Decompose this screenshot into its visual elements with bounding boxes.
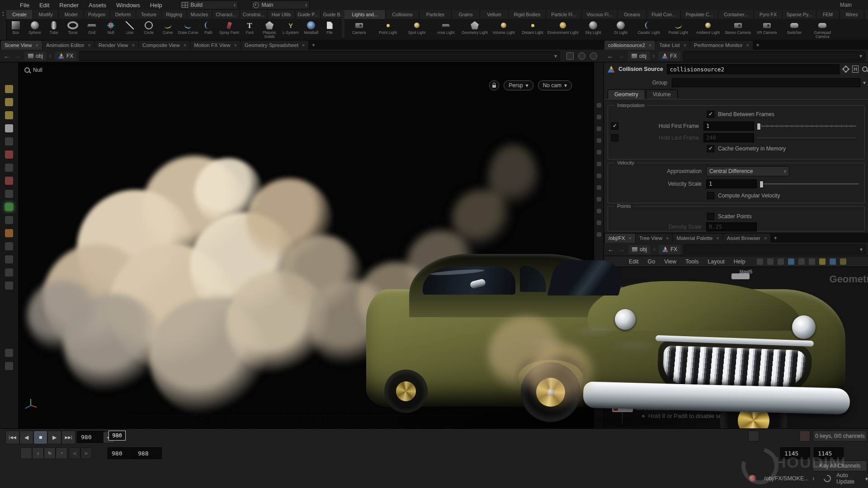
hold-first-frame-slider[interactable] [757,123,856,129]
display-toggle-icon[interactable] [597,185,601,190]
tool-font[interactable]: TFont [241,20,259,41]
pin-icon[interactable] [566,52,574,60]
shelf-tab-create[interactable]: Create [6,10,33,19]
viewport-toolbar-icon[interactable] [5,268,13,277]
realtime-toggle-button[interactable]: ◔ [56,447,67,459]
tab-render-view[interactable]: Render View× [95,41,138,50]
forward-arrow-icon[interactable]: → [618,246,626,253]
display-toggle-icon[interactable] [597,162,601,166]
tab-geometry-spreadsheet[interactable]: Geometry Spreadsheet× [241,41,308,50]
tab-collisionsource2[interactable]: collisionsource2× [604,41,655,50]
tool-file[interactable]: File [321,20,338,41]
slider-handle[interactable] [760,181,764,188]
viewport-toolbar-icon[interactable] [5,216,13,224]
tab-network-obj-fx[interactable]: /obj/FX× [605,234,635,243]
net-menu-layout[interactable]: Layout [703,258,729,266]
viewport-toolbar-icon[interactable] [5,242,13,250]
close-icon[interactable]: × [302,42,305,48]
close-icon[interactable]: × [716,235,719,241]
shelf-tab-containers[interactable]: Container... [718,10,754,19]
tool-platonic-solids[interactable]: Platonic Solids [259,20,280,41]
desktop-selector[interactable]: Build ▲▼ [179,0,238,9]
stop-button[interactable]: ■ [33,431,47,444]
viewport-toolbar-icon[interactable] [5,229,13,237]
close-icon[interactable]: × [684,42,686,48]
viewport-toolbar-icon[interactable] [5,255,13,263]
breadcrumb-fx[interactable]: FX [659,245,681,254]
layout-icon[interactable] [798,258,805,265]
shelf-tab-modify[interactable]: Modify [33,10,59,19]
tool-switcher[interactable]: Switcher [781,20,807,41]
tool-path[interactable]: Path [199,20,218,41]
jump-to-end-button[interactable]: ▶▶| [61,431,75,444]
loop-mode-button[interactable]: ↻ [44,447,56,459]
tab-geometry[interactable]: Geometry [608,89,645,99]
tool-caustic-light[interactable]: Caustic Light [634,20,664,41]
close-icon[interactable]: × [649,42,651,48]
cache-geometry-checkbox[interactable]: ✓ [707,145,714,152]
tool-metaball[interactable]: Metaball [301,20,321,41]
tab-asset-browser[interactable]: Asset Browser× [723,234,771,243]
new-tab-button[interactable]: + [753,41,762,50]
hold-last-frame-checkbox[interactable] [611,134,618,141]
wrench-icon[interactable] [757,258,763,265]
tool-null[interactable]: Null [101,20,120,41]
close-icon[interactable]: × [132,42,134,48]
tool-volume-light[interactable]: Volume Light [489,20,518,41]
scene-viewport[interactable]: Null Persp▾ No cam▾ [18,62,594,428]
path-input[interactable]: ▾ [683,51,865,61]
display-toggle-icon[interactable] [597,232,601,237]
play-reverse-button[interactable]: ◀ [19,431,33,444]
path-input[interactable]: ▾ [80,51,560,61]
viewport-toolbar-icon[interactable] [5,98,13,106]
snapshot-icon[interactable] [590,52,597,60]
network-canvas[interactable]: Geometr blast5 attributedelete1 Hold 8 o… [604,267,868,428]
hold-last-frame-field[interactable]: 240 [703,133,754,142]
tool-distant-light[interactable]: Distant Light [518,20,547,41]
tool-box[interactable]: Box [6,20,25,41]
viewport-toolbar-icon[interactable] [5,85,13,93]
spinner-icon[interactable]: ▲▼ [234,3,236,7]
hold-first-frame-checkbox[interactable]: ✓ [611,122,618,130]
tool-draw-curve[interactable]: Draw Curve [177,20,199,41]
menu-edit[interactable]: Edit [35,1,54,9]
net-menu-tools[interactable]: Tools [681,258,703,266]
close-icon[interactable]: × [628,235,631,241]
shelf-tab-constraints[interactable]: Constrai... [240,10,268,19]
node-name-field[interactable]: collisionsource2 [667,64,840,74]
shelf-tab-collisions[interactable]: Collisions [386,10,420,19]
back-arrow-icon[interactable]: ← [3,52,11,60]
display-toggle-icon[interactable] [597,127,601,131]
network-node[interactable] [612,404,633,412]
lock-camera-button[interactable] [489,80,499,90]
tab-composite-view[interactable]: Composite View× [139,41,190,50]
shelf-tab-viscous-fluids[interactable]: Viscous Fl... [582,10,618,19]
tool-gamepad-camera[interactable]: Gamepad Camera [807,20,837,41]
shelf-tab-fluid-containers[interactable]: Fluid Con... [647,10,681,19]
shelf-tab-deform[interactable]: Deform [110,10,136,19]
shelf-tab-lights-and-cameras[interactable]: Lights and... [344,10,386,19]
viewport-toolbar-icon[interactable] [5,111,13,119]
chevron-down-icon[interactable]: ▾ [863,80,866,86]
playback-start-field[interactable]: 988 [134,447,162,459]
shelf-tab-muscles[interactable]: Muscles [187,10,212,19]
net-menu-go[interactable]: Go [644,258,660,266]
tab-material-palette[interactable]: Material Palette× [673,234,722,243]
tool-ambient-light[interactable]: Ambient Light [693,20,723,41]
tab-tree-view[interactable]: Tree View× [636,234,673,243]
net-menu-help[interactable]: Help [730,258,750,266]
tool-torus[interactable]: Torus [63,20,82,41]
shelf-tab-rigid-bodies[interactable]: Rigid Bodies [509,10,546,19]
folder-icon[interactable] [840,258,846,265]
group-input[interactable] [672,78,860,87]
spinner-icon[interactable]: ▲▼ [305,3,307,7]
sync-icon[interactable] [578,52,585,60]
menu-render[interactable]: Render [55,1,83,9]
shelf-tab-crowds[interactable]: Crowds [864,10,868,19]
display-toggle-icon[interactable] [597,103,601,108]
display-toggle-icon[interactable] [597,150,601,155]
shelf-tab-texture[interactable]: Texture [136,10,162,19]
tool-sky-light[interactable]: Sky Light [579,20,608,41]
new-tab-button[interactable]: + [771,234,780,243]
hold-last-frame-slider[interactable] [757,135,856,141]
